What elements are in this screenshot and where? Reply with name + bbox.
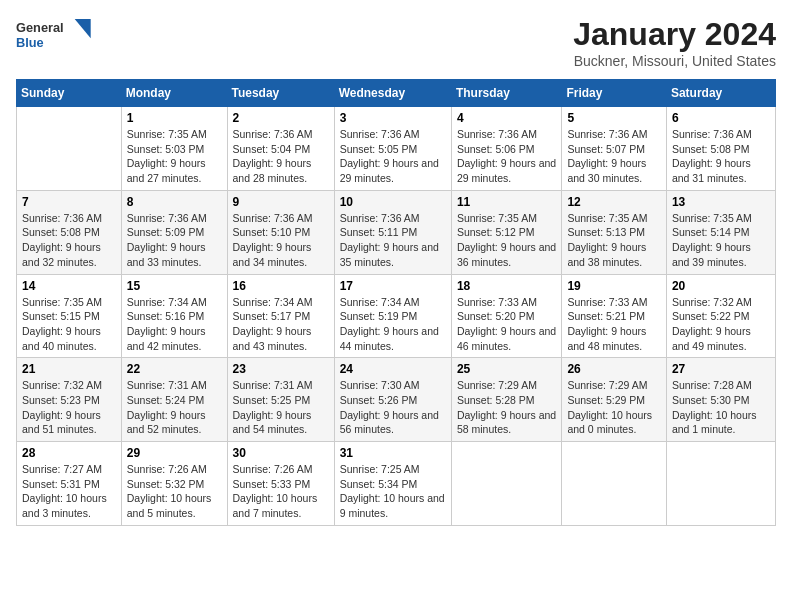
calendar-cell: 19Sunrise: 7:33 AMSunset: 5:21 PMDayligh… bbox=[562, 274, 666, 358]
day-number: 15 bbox=[127, 279, 222, 293]
calendar-cell: 14Sunrise: 7:35 AMSunset: 5:15 PMDayligh… bbox=[17, 274, 122, 358]
day-info: Sunrise: 7:36 AMSunset: 5:06 PMDaylight:… bbox=[457, 127, 557, 186]
day-info: Sunrise: 7:31 AMSunset: 5:25 PMDaylight:… bbox=[233, 378, 329, 437]
svg-text:General: General bbox=[16, 20, 64, 35]
day-number: 5 bbox=[567, 111, 660, 125]
calendar-cell: 20Sunrise: 7:32 AMSunset: 5:22 PMDayligh… bbox=[666, 274, 775, 358]
day-number: 3 bbox=[340, 111, 446, 125]
day-info: Sunrise: 7:36 AMSunset: 5:08 PMDaylight:… bbox=[672, 127, 770, 186]
calendar-week: 1Sunrise: 7:35 AMSunset: 5:03 PMDaylight… bbox=[17, 107, 776, 191]
day-info: Sunrise: 7:32 AMSunset: 5:22 PMDaylight:… bbox=[672, 295, 770, 354]
day-number: 31 bbox=[340, 446, 446, 460]
calendar-cell: 9Sunrise: 7:36 AMSunset: 5:10 PMDaylight… bbox=[227, 190, 334, 274]
day-number: 21 bbox=[22, 362, 116, 376]
day-header: Wednesday bbox=[334, 80, 451, 107]
day-info: Sunrise: 7:36 AMSunset: 5:11 PMDaylight:… bbox=[340, 211, 446, 270]
day-info: Sunrise: 7:32 AMSunset: 5:23 PMDaylight:… bbox=[22, 378, 116, 437]
day-number: 25 bbox=[457, 362, 557, 376]
day-number: 20 bbox=[672, 279, 770, 293]
day-info: Sunrise: 7:36 AMSunset: 5:04 PMDaylight:… bbox=[233, 127, 329, 186]
day-info: Sunrise: 7:36 AMSunset: 5:08 PMDaylight:… bbox=[22, 211, 116, 270]
calendar-cell: 26Sunrise: 7:29 AMSunset: 5:29 PMDayligh… bbox=[562, 358, 666, 442]
calendar-cell: 18Sunrise: 7:33 AMSunset: 5:20 PMDayligh… bbox=[451, 274, 562, 358]
calendar-cell: 3Sunrise: 7:36 AMSunset: 5:05 PMDaylight… bbox=[334, 107, 451, 191]
calendar-cell: 5Sunrise: 7:36 AMSunset: 5:07 PMDaylight… bbox=[562, 107, 666, 191]
main-title: January 2024 bbox=[573, 16, 776, 53]
calendar-week: 28Sunrise: 7:27 AMSunset: 5:31 PMDayligh… bbox=[17, 442, 776, 526]
calendar-cell: 24Sunrise: 7:30 AMSunset: 5:26 PMDayligh… bbox=[334, 358, 451, 442]
day-header: Monday bbox=[121, 80, 227, 107]
day-info: Sunrise: 7:34 AMSunset: 5:17 PMDaylight:… bbox=[233, 295, 329, 354]
day-number: 9 bbox=[233, 195, 329, 209]
svg-marker-2 bbox=[75, 19, 91, 38]
day-info: Sunrise: 7:35 AMSunset: 5:15 PMDaylight:… bbox=[22, 295, 116, 354]
day-info: Sunrise: 7:35 AMSunset: 5:13 PMDaylight:… bbox=[567, 211, 660, 270]
day-number: 1 bbox=[127, 111, 222, 125]
calendar-cell: 10Sunrise: 7:36 AMSunset: 5:11 PMDayligh… bbox=[334, 190, 451, 274]
calendar-cell: 7Sunrise: 7:36 AMSunset: 5:08 PMDaylight… bbox=[17, 190, 122, 274]
day-info: Sunrise: 7:33 AMSunset: 5:21 PMDaylight:… bbox=[567, 295, 660, 354]
day-header: Thursday bbox=[451, 80, 562, 107]
calendar-table: SundayMondayTuesdayWednesdayThursdayFrid… bbox=[16, 79, 776, 526]
day-number: 30 bbox=[233, 446, 329, 460]
calendar-body: 1Sunrise: 7:35 AMSunset: 5:03 PMDaylight… bbox=[17, 107, 776, 526]
day-number: 18 bbox=[457, 279, 557, 293]
page-header: General Blue January 2024 Buckner, Misso… bbox=[16, 16, 776, 69]
day-number: 24 bbox=[340, 362, 446, 376]
calendar-cell: 15Sunrise: 7:34 AMSunset: 5:16 PMDayligh… bbox=[121, 274, 227, 358]
calendar-header: SundayMondayTuesdayWednesdayThursdayFrid… bbox=[17, 80, 776, 107]
calendar-cell: 11Sunrise: 7:35 AMSunset: 5:12 PMDayligh… bbox=[451, 190, 562, 274]
day-number: 4 bbox=[457, 111, 557, 125]
calendar-cell: 1Sunrise: 7:35 AMSunset: 5:03 PMDaylight… bbox=[121, 107, 227, 191]
day-header: Saturday bbox=[666, 80, 775, 107]
calendar-cell: 27Sunrise: 7:28 AMSunset: 5:30 PMDayligh… bbox=[666, 358, 775, 442]
day-info: Sunrise: 7:27 AMSunset: 5:31 PMDaylight:… bbox=[22, 462, 116, 521]
day-info: Sunrise: 7:36 AMSunset: 5:10 PMDaylight:… bbox=[233, 211, 329, 270]
day-number: 16 bbox=[233, 279, 329, 293]
day-header: Sunday bbox=[17, 80, 122, 107]
day-number: 8 bbox=[127, 195, 222, 209]
day-number: 11 bbox=[457, 195, 557, 209]
calendar-cell: 21Sunrise: 7:32 AMSunset: 5:23 PMDayligh… bbox=[17, 358, 122, 442]
day-info: Sunrise: 7:29 AMSunset: 5:29 PMDaylight:… bbox=[567, 378, 660, 437]
calendar-cell bbox=[451, 442, 562, 526]
day-info: Sunrise: 7:35 AMSunset: 5:14 PMDaylight:… bbox=[672, 211, 770, 270]
day-number: 23 bbox=[233, 362, 329, 376]
day-number: 7 bbox=[22, 195, 116, 209]
calendar-cell: 12Sunrise: 7:35 AMSunset: 5:13 PMDayligh… bbox=[562, 190, 666, 274]
day-info: Sunrise: 7:34 AMSunset: 5:16 PMDaylight:… bbox=[127, 295, 222, 354]
day-info: Sunrise: 7:36 AMSunset: 5:09 PMDaylight:… bbox=[127, 211, 222, 270]
day-number: 27 bbox=[672, 362, 770, 376]
calendar-cell: 16Sunrise: 7:34 AMSunset: 5:17 PMDayligh… bbox=[227, 274, 334, 358]
calendar-week: 14Sunrise: 7:35 AMSunset: 5:15 PMDayligh… bbox=[17, 274, 776, 358]
calendar-cell: 4Sunrise: 7:36 AMSunset: 5:06 PMDaylight… bbox=[451, 107, 562, 191]
day-info: Sunrise: 7:34 AMSunset: 5:19 PMDaylight:… bbox=[340, 295, 446, 354]
day-number: 2 bbox=[233, 111, 329, 125]
day-number: 22 bbox=[127, 362, 222, 376]
calendar-cell bbox=[17, 107, 122, 191]
day-info: Sunrise: 7:35 AMSunset: 5:12 PMDaylight:… bbox=[457, 211, 557, 270]
day-info: Sunrise: 7:26 AMSunset: 5:33 PMDaylight:… bbox=[233, 462, 329, 521]
day-info: Sunrise: 7:25 AMSunset: 5:34 PMDaylight:… bbox=[340, 462, 446, 521]
day-info: Sunrise: 7:35 AMSunset: 5:03 PMDaylight:… bbox=[127, 127, 222, 186]
calendar-cell: 22Sunrise: 7:31 AMSunset: 5:24 PMDayligh… bbox=[121, 358, 227, 442]
calendar-cell: 29Sunrise: 7:26 AMSunset: 5:32 PMDayligh… bbox=[121, 442, 227, 526]
day-info: Sunrise: 7:33 AMSunset: 5:20 PMDaylight:… bbox=[457, 295, 557, 354]
day-info: Sunrise: 7:31 AMSunset: 5:24 PMDaylight:… bbox=[127, 378, 222, 437]
day-info: Sunrise: 7:26 AMSunset: 5:32 PMDaylight:… bbox=[127, 462, 222, 521]
day-number: 10 bbox=[340, 195, 446, 209]
calendar-week: 21Sunrise: 7:32 AMSunset: 5:23 PMDayligh… bbox=[17, 358, 776, 442]
calendar-cell: 17Sunrise: 7:34 AMSunset: 5:19 PMDayligh… bbox=[334, 274, 451, 358]
day-number: 6 bbox=[672, 111, 770, 125]
calendar-cell bbox=[562, 442, 666, 526]
day-number: 12 bbox=[567, 195, 660, 209]
day-number: 14 bbox=[22, 279, 116, 293]
day-header: Tuesday bbox=[227, 80, 334, 107]
calendar-cell: 31Sunrise: 7:25 AMSunset: 5:34 PMDayligh… bbox=[334, 442, 451, 526]
logo: General Blue bbox=[16, 16, 96, 52]
day-number: 17 bbox=[340, 279, 446, 293]
calendar-cell: 28Sunrise: 7:27 AMSunset: 5:31 PMDayligh… bbox=[17, 442, 122, 526]
calendar-cell: 23Sunrise: 7:31 AMSunset: 5:25 PMDayligh… bbox=[227, 358, 334, 442]
calendar-cell: 8Sunrise: 7:36 AMSunset: 5:09 PMDaylight… bbox=[121, 190, 227, 274]
calendar-cell: 25Sunrise: 7:29 AMSunset: 5:28 PMDayligh… bbox=[451, 358, 562, 442]
